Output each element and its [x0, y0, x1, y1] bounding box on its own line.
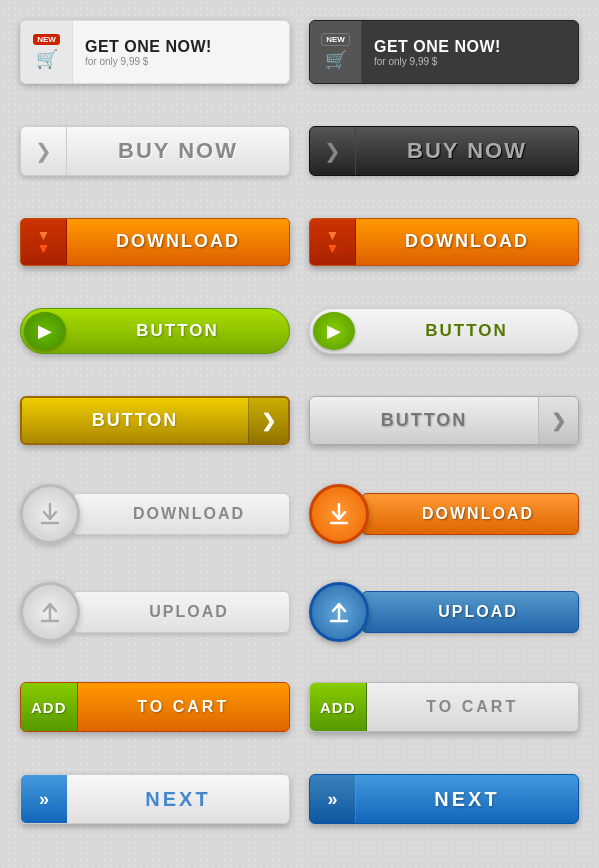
- yellow-arrow-icon: ❯: [248, 398, 288, 443]
- add-label-orange: ADD: [31, 699, 67, 716]
- next-arrow-light: »: [21, 775, 67, 823]
- upload-circ-blue-icon: [309, 582, 369, 642]
- buy-now-label-light: BUY NOW: [67, 138, 289, 164]
- download-label-orange-2: DOWNLOAD: [356, 231, 578, 252]
- get-one-now-light-button[interactable]: new 🛒 GET ONE NOW! for only 9,99 $: [20, 20, 290, 84]
- add-badge-light: ADD: [310, 683, 367, 731]
- green-button-label: BUTTON: [66, 321, 289, 341]
- add-label-light: ADD: [320, 699, 356, 716]
- silver-arrow-icon: ❯: [538, 397, 578, 444]
- download-circ-label: DOWNLOAD: [133, 505, 245, 523]
- add-to-cart-orange-button[interactable]: ADD TO CART: [20, 682, 290, 732]
- cart-icon: 🛒: [36, 48, 58, 70]
- green-arrow-icon: ▶: [24, 312, 66, 350]
- add-cart-label-light: TO CART: [367, 698, 579, 716]
- get-one-subtitle: for only 9,99 $: [85, 56, 212, 67]
- download-circ-orange-button[interactable]: DOWNLOAD: [309, 486, 579, 542]
- buy-now-light-button[interactable]: ❯ BUY NOW: [20, 126, 290, 176]
- next-label-blue: NEXT: [356, 788, 578, 811]
- button-gold[interactable]: BUTTON ❯: [20, 396, 290, 445]
- new-badge-dark: new: [321, 33, 350, 46]
- next-blue-button[interactable]: » NEXT: [309, 774, 579, 824]
- badge-area: new 🛒: [21, 21, 73, 83]
- silver-button-label: BUTTON: [310, 410, 538, 431]
- button-green-solid[interactable]: ▶ BUTTON: [20, 308, 290, 354]
- get-one-title-dark: GET ONE NOW!: [374, 38, 501, 56]
- buy-now-label-dark: BUY NOW: [356, 138, 578, 164]
- download-orange-dark-button[interactable]: ▼ ▼ DOWNLOAD: [309, 218, 579, 266]
- next-label-light: NEXT: [67, 788, 289, 811]
- badge-area-dark: new 🛒: [310, 21, 362, 83]
- green-arrow-icon-2: ▶: [313, 312, 355, 350]
- get-one-text-dark: GET ONE NOW! for only 9,99 $: [362, 38, 513, 67]
- download-chevrons-icon-2: ▼ ▼: [326, 229, 340, 254]
- get-one-now-dark-button[interactable]: new 🛒 GET ONE NOW! for only 9,99 $: [309, 20, 579, 84]
- upload-circ-gray-button[interactable]: UPLOAD: [20, 584, 290, 640]
- buy-now-arrow-dark: ❯: [310, 127, 356, 175]
- download-orange-light-button[interactable]: ▼ ▼ DOWNLOAD: [20, 218, 290, 266]
- download-circ-orange-body: DOWNLOAD: [361, 493, 579, 535]
- download-chevrons-icon: ▼ ▼: [37, 229, 51, 254]
- download-circ-gray-icon: [20, 484, 80, 544]
- buy-now-dark-button[interactable]: ❯ BUY NOW: [309, 126, 579, 176]
- next-light-button[interactable]: » NEXT: [20, 774, 290, 824]
- green-button-label-2: BUTTON: [355, 321, 578, 341]
- download-icon-area-2: ▼ ▼: [310, 219, 356, 265]
- upload-circ-label-2: UPLOAD: [438, 603, 518, 621]
- get-one-title: GET ONE NOW!: [85, 38, 212, 56]
- download-circ-gray-button[interactable]: DOWNLOAD: [20, 486, 290, 542]
- download-icon-area: ▼ ▼: [21, 219, 67, 265]
- buy-now-arrow-light: ❯: [21, 127, 67, 175]
- add-badge-orange: ADD: [21, 683, 78, 731]
- new-badge: new: [33, 34, 60, 45]
- cart-icon-dark: 🛒: [325, 49, 347, 71]
- download-circ-label-2: DOWNLOAD: [422, 505, 534, 523]
- upload-circ-blue-body: UPLOAD: [361, 591, 579, 633]
- download-circ-orange-icon: [309, 484, 369, 544]
- add-to-cart-light-button[interactable]: ADD TO CART: [309, 682, 579, 732]
- next-arrow-blue: »: [310, 775, 356, 823]
- upload-circ-gray-icon: [20, 582, 80, 642]
- button-silver[interactable]: BUTTON ❯: [309, 396, 579, 445]
- get-one-subtitle-dark: for only 9,99 $: [374, 56, 501, 67]
- button-green-outline[interactable]: ▶ BUTTON: [309, 308, 579, 354]
- upload-circ-gray-body: UPLOAD: [72, 591, 290, 633]
- upload-circ-label: UPLOAD: [149, 603, 229, 621]
- upload-circ-blue-button[interactable]: UPLOAD: [309, 584, 579, 640]
- add-cart-label-orange: TO CART: [78, 698, 290, 716]
- download-label-orange: DOWNLOAD: [67, 231, 289, 252]
- download-circ-gray-body: DOWNLOAD: [72, 493, 290, 535]
- get-one-text-area: GET ONE NOW! for only 9,99 $: [73, 38, 224, 67]
- yellow-button-label: BUTTON: [22, 410, 248, 431]
